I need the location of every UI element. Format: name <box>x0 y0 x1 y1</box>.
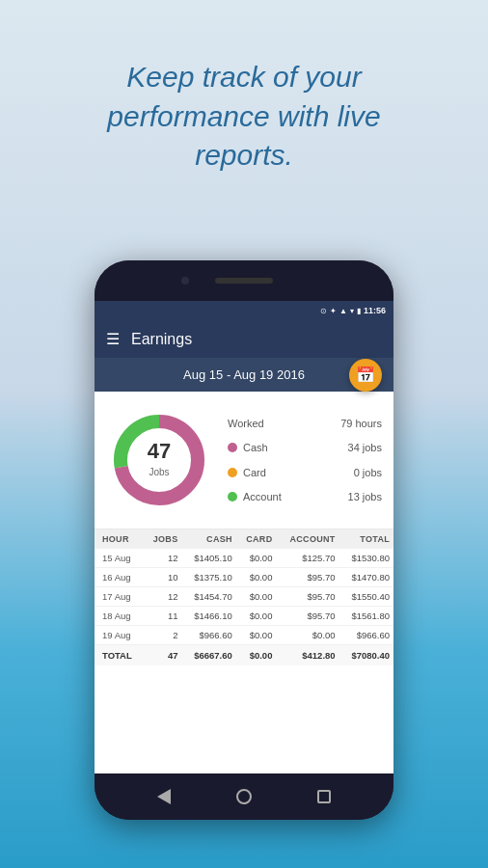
legend-card-label: Card <box>243 467 266 478</box>
cell-jobs: 2 <box>144 626 182 645</box>
stats-section: 47 Jobs Worked 79 hours Cash <box>95 392 393 529</box>
donut-center: 47 Jobs <box>148 441 171 479</box>
cell-card: $0.00 <box>236 626 277 645</box>
cell-date: 15 Aug <box>95 549 144 568</box>
cell-date: 17 Aug <box>95 587 144 607</box>
bluetooth-icon: ✦ <box>330 307 337 315</box>
cell-total: $1530.80 <box>339 549 393 568</box>
main-content: 47 Jobs Worked 79 hours Cash <box>95 392 393 773</box>
table-row: 16 Aug 10 $1375.10 $0.00 $95.70 $1470.80 <box>95 568 393 587</box>
cell-cash: $1375.10 <box>181 568 235 587</box>
date-range-text: Aug 15 - Aug 19 2016 <box>183 367 305 382</box>
cell-account: $95.70 <box>276 568 339 587</box>
earnings-table-section: HOUR JOBS CASH CARD ACCOUNT TOTAL 15 Aug… <box>95 529 393 773</box>
col-cash: CASH <box>181 529 235 549</box>
cell-cash: $1405.10 <box>181 549 235 568</box>
cell-total: $1470.80 <box>339 568 393 587</box>
status-icons: ⊙ ✦ ▲ ▾ ▮ 11:56 <box>320 306 386 315</box>
home-button[interactable] <box>235 788 253 805</box>
col-total: TOTAL <box>339 529 393 549</box>
legend: Worked 79 hours Cash 34 jobs Card <box>228 407 382 513</box>
legend-account-left: Account <box>228 491 282 502</box>
header-title: Earnings <box>131 331 192 348</box>
donut-label: Jobs <box>149 467 169 477</box>
footer-cash: $6667.60 <box>181 645 235 666</box>
phone-screen: ⊙ ✦ ▲ ▾ ▮ 11:56 ☰ Earnings Aug 15 - Aug … <box>95 301 393 773</box>
cell-cash: $1466.10 <box>181 607 235 626</box>
phone-speaker <box>215 278 273 284</box>
cell-jobs: 10 <box>144 568 182 587</box>
table-row: 18 Aug 11 $1466.10 $0.00 $95.70 $1561.80 <box>95 607 393 626</box>
legend-cash-label: Cash <box>243 442 268 453</box>
table-footer-row: TOTAL 47 $6667.60 $0.00 $412.80 $7080.40 <box>95 645 393 666</box>
cell-date: 16 Aug <box>95 568 144 587</box>
legend-worked-row: Worked 79 hours <box>228 418 382 429</box>
menu-icon[interactable]: ☰ <box>106 330 120 348</box>
cell-account: $125.70 <box>276 549 339 568</box>
cell-total: $1561.80 <box>339 607 393 626</box>
cell-jobs: 11 <box>144 607 182 626</box>
recents-icon <box>317 790 331 803</box>
col-card: CARD <box>236 529 277 549</box>
legend-account-label: Account <box>243 491 282 502</box>
legend-cash-value: 34 jobs <box>348 442 382 453</box>
cell-jobs: 12 <box>144 587 182 607</box>
cell-card: $0.00 <box>236 607 277 626</box>
date-bar: Aug 15 - Aug 19 2016 📅 <box>95 358 393 392</box>
legend-account-row: Account 13 jobs <box>228 491 382 502</box>
col-account: ACCOUNT <box>276 529 339 549</box>
legend-cash-left: Cash <box>228 442 268 453</box>
back-button[interactable] <box>155 788 173 805</box>
col-hour: HOUR <box>95 529 144 549</box>
cell-card: $0.00 <box>236 568 277 587</box>
home-icon <box>236 789 252 804</box>
footer-label: TOTAL <box>95 645 144 666</box>
legend-card-value: 0 jobs <box>354 467 382 478</box>
table-row: 19 Aug 2 $966.60 $0.00 $0.00 $966.60 <box>95 626 393 645</box>
footer-total: $7080.40 <box>339 645 393 666</box>
cash-dot <box>228 443 237 452</box>
earnings-table: HOUR JOBS CASH CARD ACCOUNT TOTAL 15 Aug… <box>95 529 393 665</box>
cell-date: 18 Aug <box>95 607 144 626</box>
legend-worked-value: 79 hours <box>340 418 382 429</box>
location-icon: ⊙ <box>320 307 327 315</box>
status-time: 11:56 <box>364 306 386 315</box>
cell-account: $95.70 <box>276 587 339 607</box>
table-row: 15 Aug 12 $1405.10 $0.00 $125.70 $1530.8… <box>95 549 393 568</box>
donut-total-jobs: 47 <box>148 441 171 462</box>
col-jobs: JOBS <box>144 529 182 549</box>
footer-account: $412.80 <box>276 645 339 666</box>
legend-worked-label: Worked <box>228 418 264 429</box>
cell-date: 19 Aug <box>95 626 144 645</box>
back-icon <box>157 789 171 804</box>
cell-cash: $966.60 <box>181 626 235 645</box>
table-footer: TOTAL 47 $6667.60 $0.00 $412.80 $7080.40 <box>95 645 393 666</box>
cell-account: $95.70 <box>276 607 339 626</box>
donut-chart: 47 Jobs <box>106 407 212 513</box>
account-dot <box>228 492 237 502</box>
legend-cash-row: Cash 34 jobs <box>228 442 382 453</box>
calendar-icon: 📅 <box>356 366 375 384</box>
status-bar: ⊙ ✦ ▲ ▾ ▮ 11:56 <box>95 301 393 320</box>
cell-account: $0.00 <box>276 626 339 645</box>
footer-card: $0.00 <box>236 645 277 666</box>
phone-nav-bar <box>95 773 393 820</box>
cell-card: $0.00 <box>236 549 277 568</box>
legend-account-value: 13 jobs <box>348 491 382 502</box>
table-header-row: HOUR JOBS CASH CARD ACCOUNT TOTAL <box>95 529 393 549</box>
recents-button[interactable] <box>315 788 333 805</box>
card-dot <box>228 468 237 477</box>
footer-jobs: 47 <box>144 645 182 666</box>
table-body: 15 Aug 12 $1405.10 $0.00 $125.70 $1530.8… <box>95 549 393 645</box>
legend-card-left: Card <box>228 467 266 478</box>
cell-card: $0.00 <box>236 587 277 607</box>
table-row: 17 Aug 12 $1454.70 $0.00 $95.70 $1550.40 <box>95 587 393 607</box>
phone-mockup: ⊙ ✦ ▲ ▾ ▮ 11:56 ☰ Earnings Aug 15 - Aug … <box>95 260 393 820</box>
app-header: ☰ Earnings <box>95 320 393 358</box>
phone-camera <box>181 277 189 285</box>
cell-total: $1550.40 <box>339 587 393 607</box>
legend-card-row: Card 0 jobs <box>228 467 382 478</box>
wifi-icon: ▾ <box>350 307 354 315</box>
calendar-fab-button[interactable]: 📅 <box>349 359 382 392</box>
cell-cash: $1454.70 <box>181 587 235 607</box>
